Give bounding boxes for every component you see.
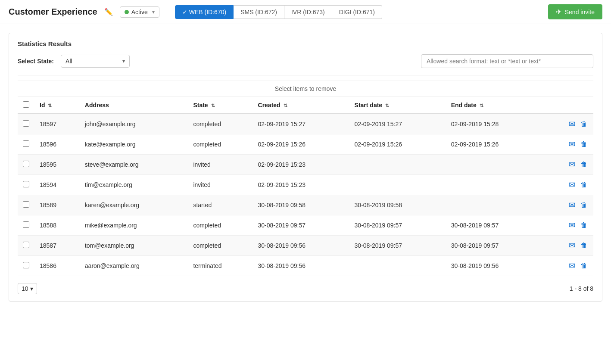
table-row: 18596 kate@example.org completed 02-09-2… (18, 134, 593, 155)
send-email-button[interactable]: ✉ (568, 159, 576, 170)
search-input[interactable] (421, 54, 593, 68)
tab-digi[interactable]: DIGI (ID:671) (332, 5, 382, 19)
col-start-date: Start date ⇅ (349, 97, 446, 114)
send-email-button[interactable]: ✉ (568, 240, 576, 251)
cell-created: 30-08-2019 09:58 (253, 195, 349, 215)
send-email-button[interactable]: ✉ (568, 179, 576, 190)
filter-row: Select State: All ▾ (18, 54, 593, 68)
cell-end-date: 30-08-2019 09:57 (446, 215, 542, 236)
cell-address: aaron@example.org (80, 256, 188, 276)
row-checkbox-cell (18, 195, 34, 215)
trash-icon: 🗑 (580, 242, 587, 249)
cell-start-date (349, 155, 446, 175)
table-row: 18588 mike@example.org completed 30-08-2… (18, 215, 593, 236)
send-invite-button[interactable]: ✈ Send invite (548, 4, 602, 19)
delete-button[interactable]: 🗑 (580, 261, 588, 271)
trash-icon: 🗑 (580, 221, 587, 229)
cell-actions: ✉ 🗑 (542, 256, 593, 276)
remove-notice: Select items to remove (18, 81, 593, 97)
cell-start-date (349, 175, 446, 195)
send-email-button[interactable]: ✉ (568, 199, 576, 211)
cell-created: 30-08-2019 09:56 (253, 256, 349, 276)
send-email-button[interactable]: ✉ (568, 220, 576, 231)
statistics-panel: Statistics Results Select State: All ▾ S… (9, 33, 602, 302)
cell-start-date (349, 256, 446, 276)
row-checkbox[interactable] (23, 161, 29, 167)
sort-icon[interactable]: ⇅ (284, 103, 287, 108)
cell-start-date: 30-08-2019 09:57 (349, 215, 446, 236)
delete-button[interactable]: 🗑 (580, 180, 588, 190)
cell-end-date (446, 195, 542, 215)
cell-id: 18595 (34, 155, 80, 175)
tab-sms[interactable]: SMS (ID:672) (234, 5, 284, 19)
cell-id: 18594 (34, 175, 80, 195)
row-checkbox[interactable] (23, 120, 29, 127)
sort-icon[interactable]: ⇅ (211, 103, 215, 108)
main-content: Statistics Results Select State: All ▾ S… (0, 24, 611, 310)
cell-address: mike@example.org (80, 215, 188, 236)
results-table: Id ⇅ Address State ⇅ Created ⇅ Start dat… (18, 97, 593, 276)
cell-start-date: 02-09-2019 15:27 (349, 114, 446, 134)
cell-address: john@example.org (80, 114, 188, 134)
chevron-down-icon[interactable]: ▾ (152, 9, 155, 15)
delete-button[interactable]: 🗑 (580, 160, 588, 169)
cell-state: completed (188, 134, 253, 155)
edit-icon[interactable]: ✏️ (104, 8, 113, 16)
sort-icon[interactable]: ⇅ (48, 103, 52, 108)
cell-end-date (446, 175, 542, 195)
cell-actions: ✉ 🗑 (542, 134, 593, 155)
page-size-selector[interactable]: 10 ▾ (18, 283, 37, 294)
row-checkbox[interactable] (23, 242, 29, 248)
table-row: 18586 aaron@example.org terminated 30-08… (18, 256, 593, 276)
row-checkbox[interactable] (23, 221, 29, 228)
send-email-button[interactable]: ✉ (568, 260, 576, 271)
page-title: Customer Experience (9, 7, 97, 17)
row-checkbox[interactable] (23, 201, 29, 208)
send-email-button[interactable]: ✉ (568, 139, 576, 150)
cell-end-date: 30-08-2019 09:57 (446, 236, 542, 256)
page-size-value: 10 (22, 285, 28, 292)
select-all-checkbox[interactable] (23, 101, 29, 108)
cell-address: kate@example.org (80, 134, 188, 155)
sort-icon[interactable]: ⇅ (480, 103, 483, 108)
cell-end-date: 30-08-2019 09:56 (446, 256, 542, 276)
cell-actions: ✉ 🗑 (542, 175, 593, 195)
delete-button[interactable]: 🗑 (580, 200, 588, 210)
mail-icon: ✉ (569, 140, 575, 149)
sort-icon[interactable]: ⇅ (385, 103, 389, 108)
mail-icon: ✉ (569, 160, 575, 169)
state-select[interactable]: All ▾ (61, 55, 130, 68)
cell-id: 18588 (34, 215, 80, 236)
delete-button[interactable]: 🗑 (580, 119, 588, 129)
delete-button[interactable]: 🗑 (580, 221, 588, 230)
col-id: Id ⇅ (34, 97, 80, 114)
statistics-title: Statistics Results (18, 40, 593, 47)
cell-start-date: 30-08-2019 09:58 (349, 195, 446, 215)
check-icon: ✓ (182, 9, 187, 16)
row-checkbox[interactable] (23, 181, 29, 187)
status-badge[interactable]: Active ▾ (120, 6, 159, 18)
trash-icon: 🗑 (580, 120, 587, 128)
trash-icon: 🗑 (580, 140, 587, 148)
tab-web[interactable]: ✓WEB (ID:670) (175, 5, 234, 19)
cell-end-date: 02-09-2019 15:28 (446, 114, 542, 134)
row-checkbox[interactable] (23, 140, 29, 147)
col-address: Address (80, 97, 188, 114)
cell-end-date (446, 155, 542, 175)
cell-address: steve@example.org (80, 155, 188, 175)
table-header: Id ⇅ Address State ⇅ Created ⇅ Start dat… (18, 97, 593, 114)
cell-state: completed (188, 114, 253, 134)
table-row: 18595 steve@example.org invited 02-09-20… (18, 155, 593, 175)
mail-icon: ✉ (569, 241, 575, 250)
divider (18, 75, 593, 75)
mail-icon: ✉ (569, 221, 575, 230)
col-actions (542, 97, 593, 114)
delete-button[interactable]: 🗑 (580, 140, 588, 149)
delete-button[interactable]: 🗑 (580, 241, 588, 250)
tab-ivr[interactable]: IVR (ID:673) (284, 5, 332, 19)
chevron-down-icon: ▾ (122, 58, 125, 64)
cell-created: 30-08-2019 09:57 (253, 215, 349, 236)
row-checkbox[interactable] (23, 262, 29, 268)
cell-start-date: 30-08-2019 09:57 (349, 236, 446, 256)
send-email-button[interactable]: ✉ (568, 118, 576, 130)
